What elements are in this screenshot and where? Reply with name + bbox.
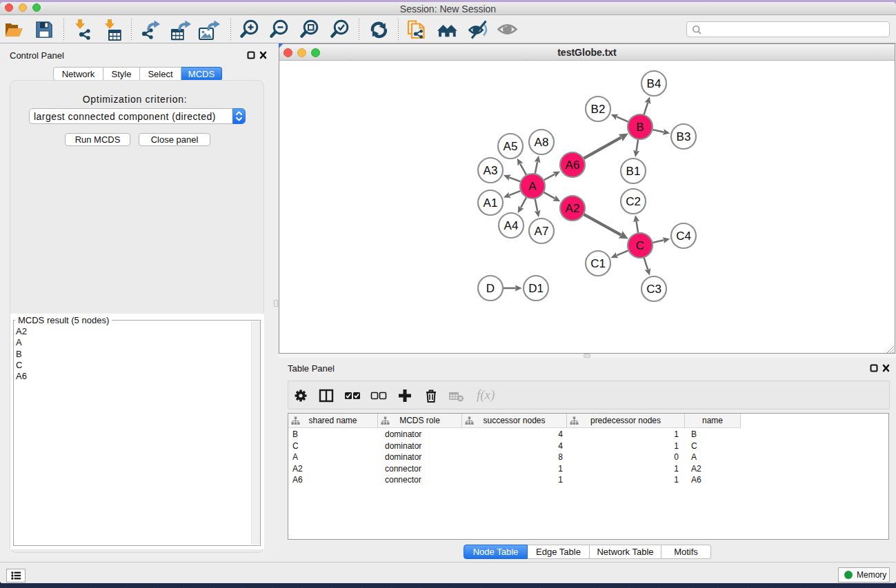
svg-text:A4: A4 xyxy=(504,219,519,232)
svg-text:A3: A3 xyxy=(484,164,498,177)
svg-text:A2: A2 xyxy=(566,202,580,215)
svg-text:A6: A6 xyxy=(566,159,580,172)
svg-text:B2: B2 xyxy=(591,103,606,116)
svg-text:C4: C4 xyxy=(676,230,691,243)
svg-text:A8: A8 xyxy=(535,136,549,149)
svg-text:A: A xyxy=(528,180,537,193)
svg-text:A1: A1 xyxy=(484,196,498,210)
svg-text:D: D xyxy=(486,282,495,295)
svg-text:C3: C3 xyxy=(646,283,661,296)
svg-text:B1: B1 xyxy=(626,165,641,178)
svg-text:B4: B4 xyxy=(647,77,661,90)
svg-text:D1: D1 xyxy=(528,282,544,295)
svg-text:C: C xyxy=(636,239,644,252)
svg-text:B: B xyxy=(636,121,644,134)
svg-text:C1: C1 xyxy=(590,257,606,270)
svg-text:A5: A5 xyxy=(504,140,518,153)
svg-text:B3: B3 xyxy=(677,130,691,143)
svg-text:A7: A7 xyxy=(535,225,549,238)
svg-text:C2: C2 xyxy=(626,195,641,208)
